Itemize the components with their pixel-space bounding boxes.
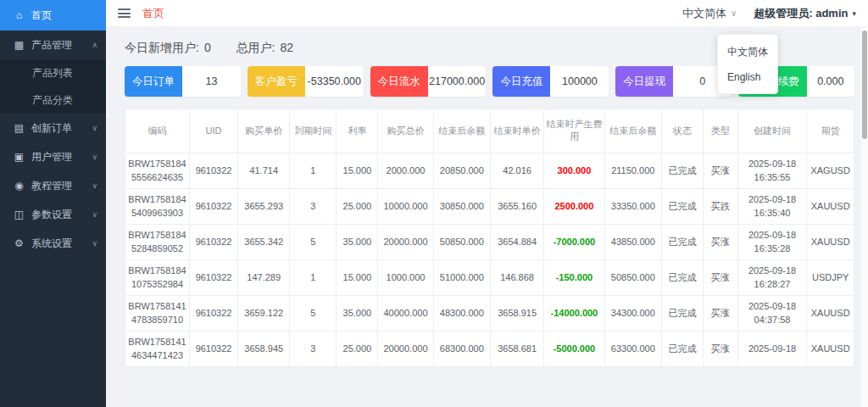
language-selector-label: 中文简体: [682, 6, 726, 21]
scrollbar-thumb[interactable]: [862, 31, 867, 139]
new-users-label: 今日新增用户:: [125, 41, 199, 54]
new-users-stat: 今日新增用户:0: [125, 41, 214, 54]
chevron-down-icon: ∨: [92, 210, 97, 219]
card-today-withdrawal: 今日提现 0: [615, 66, 732, 97]
breadcrumb[interactable]: 首页: [142, 6, 164, 21]
cell-uid: 9610322: [189, 188, 237, 224]
cell-buy-price: 3655.342: [238, 224, 290, 259]
language-option-en[interactable]: English: [718, 65, 777, 89]
cell-balance-end-2: 43850.000: [604, 224, 661, 259]
col-expire: 到期时间: [290, 109, 337, 153]
sidebar-item-system-settings[interactable]: ⚙ 系统设置 ∨: [0, 229, 106, 258]
language-dropdown: 中文简体 English: [717, 34, 778, 94]
cell-rate: 35.000: [337, 295, 378, 331]
order-icon: ▤: [12, 122, 26, 134]
cell-created-at: 2025-09-18 16:28:27: [737, 259, 807, 295]
sidebar-item-parameter-settings[interactable]: ◫ 参数设置 ∨: [0, 200, 106, 229]
cell-buy-price: 3658.945: [238, 331, 290, 366]
sidebar-item-product-category[interactable]: 产品分类: [0, 86, 106, 114]
cell-type: 买跌: [703, 188, 737, 224]
cell-buy-price: 147.289: [238, 259, 290, 295]
cell-buy-total: 20000.000: [378, 224, 433, 259]
cell-balance-end: 30850.000: [433, 188, 490, 224]
cell-buy-price: 3659.122: [238, 295, 290, 331]
cell-balance-end: 50850.000: [433, 224, 490, 259]
cell-status: 已完成: [661, 188, 703, 224]
orders-table: 编码 UID 购买单价 到期时间 利率 购买总价 结束后余额 结束时单价 结束时…: [125, 109, 854, 367]
cell-uid: 9610322: [189, 331, 237, 366]
sidebar-item-innovation-orders[interactable]: ▤ 创新订单 ∨: [0, 114, 106, 142]
total-users-stat: 总用户:82: [236, 41, 293, 54]
cell-rate: 25.000: [337, 331, 378, 366]
cell-buy-price: 3655.293: [238, 188, 290, 224]
params-icon: ◫: [12, 209, 26, 220]
product-icon: ▦: [12, 39, 26, 51]
card-today-deposit: 今日充值 100000: [492, 66, 609, 97]
col-end-price: 结束时单价: [490, 109, 543, 153]
menu-toggle-icon[interactable]: [118, 8, 131, 18]
total-users-label: 总用户:: [236, 41, 275, 54]
card-value: 0.000: [807, 66, 854, 97]
cell-buy-total: 40000.000: [378, 295, 433, 331]
col-status: 状态: [661, 109, 703, 153]
language-option-zh[interactable]: 中文简体: [718, 39, 777, 65]
sidebar-submenu-product: 产品列表 产品分类: [0, 59, 106, 114]
cell-type: 买涨: [703, 153, 737, 188]
table-header-row: 编码 UID 购买单价 到期时间 利率 购买总价 结束后余额 结束时单价 结束时…: [125, 109, 854, 153]
sidebar-item-tutorial-management[interactable]: ◉ 教程管理 ∨: [0, 171, 106, 200]
sidebar-item-user-management[interactable]: ▣ 用户管理 ∨: [0, 142, 106, 171]
table-row: BRW175818410753529849610322147.289115.00…: [125, 259, 854, 295]
cell-expire-days: 3: [290, 331, 337, 366]
cell-buy-total: 1000.000: [378, 259, 433, 295]
cell-end-price: 3654.884: [490, 224, 543, 259]
card-customer-pnl: 客户盈亏 -53350.000: [248, 66, 364, 97]
cell-buy-total: 20000.000: [378, 331, 433, 366]
table-row: BRW1758141463447142396103223658.945325.0…: [125, 331, 854, 366]
cell-created-at: 2025-09-18 16:35:55: [737, 153, 807, 188]
card-label: 今日订单: [125, 66, 182, 97]
cell-balance-end-2: 21150.000: [604, 153, 661, 188]
sidebar-item-product-list[interactable]: 产品列表: [0, 59, 106, 86]
sidebar-item-home[interactable]: ⌂ 首页: [0, 0, 106, 31]
cell-uid: 9610322: [189, 259, 237, 295]
admin-menu[interactable]: 超级管理员: admin ▾: [754, 6, 856, 21]
col-created: 创建时间: [737, 109, 807, 153]
cell-uid: 9610322: [189, 295, 237, 331]
sidebar-item-label: 产品管理: [31, 38, 72, 53]
cell-end-fee: 300.000: [544, 153, 604, 188]
cell-balance-end-2: 34300.000: [604, 295, 661, 331]
card-value: 217000.000: [428, 66, 487, 97]
cell-rate: 25.000: [337, 188, 378, 224]
cell-created-at: 2025-09-18 16:35:40: [737, 188, 807, 224]
sidebar-item-label: 教程管理: [31, 179, 72, 193]
sidebar: ⌂ 首页 ▦ 产品管理 ∧ 产品列表 产品分类 ▤ 创新订单 ∨ ▣ 用户管理 …: [0, 0, 106, 407]
cell-type: 买涨: [703, 295, 737, 331]
users-icon: ▣: [12, 151, 26, 163]
cell-end-fee: 2500.000: [544, 188, 604, 224]
cell-balance-end: 68300.000: [433, 331, 490, 366]
cell-end-fee: -7000.000: [544, 224, 604, 259]
cell-end-fee: -14000.000: [544, 295, 604, 331]
cell-uid: 9610322: [189, 153, 237, 188]
cell-expire-days: 1: [290, 259, 337, 295]
card-label: 今日提现: [615, 66, 673, 97]
cell-type: 买涨: [703, 331, 737, 366]
tutorial-icon: ◉: [12, 180, 26, 192]
sidebar-item-label: 创新订单: [31, 121, 72, 136]
sidebar-item-product-management[interactable]: ▦ 产品管理 ∧: [0, 31, 106, 59]
order-table-body: BRW17581845556624635961032241.714115.000…: [125, 153, 854, 366]
sidebar-subitem-label: 产品分类: [32, 93, 73, 108]
cell-end-price: 3658.681: [490, 331, 543, 366]
language-selector[interactable]: 中文简体 ∨: [682, 6, 737, 21]
cell-status: 已完成: [661, 224, 703, 259]
col-buy-total: 购买总价: [378, 109, 433, 153]
cell-created-at: 2025-09-18 04:37:58: [737, 295, 807, 331]
col-balance-end: 结束后余额: [433, 109, 490, 153]
col-code: 编码: [125, 109, 189, 153]
cell-balance-end: 20850.000: [433, 153, 490, 188]
sidebar-subitem-label: 产品列表: [32, 66, 73, 81]
cell-type: 买涨: [703, 224, 737, 259]
cell-futures: XAUUSD: [807, 295, 854, 331]
cell-futures: XAUUSD: [807, 188, 854, 224]
card-today-orders: 今日订单 13: [125, 66, 241, 97]
